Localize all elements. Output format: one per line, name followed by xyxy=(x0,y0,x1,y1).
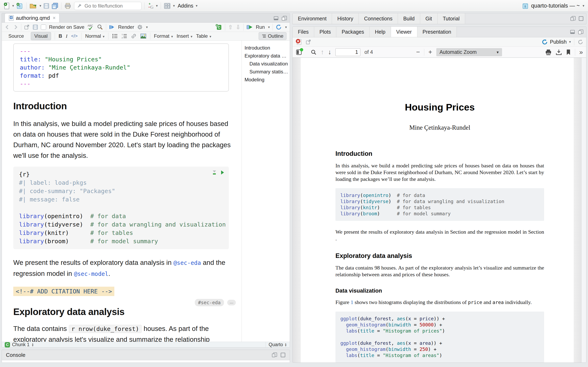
addins-menu[interactable]: Addins ▾ xyxy=(178,3,198,9)
insert-menu[interactable]: Insert ▾ xyxy=(177,33,192,39)
tab-close-icon[interactable]: × xyxy=(53,15,56,21)
save-doc-icon[interactable] xyxy=(33,25,38,30)
pdf-search-icon[interactable] xyxy=(311,49,317,55)
console-title[interactable]: Console xyxy=(6,352,25,358)
pdf-zoom-out-icon[interactable]: − xyxy=(416,48,420,56)
insert-chunk-icon[interactable]: C xyxy=(215,24,222,31)
run-chunks-above-icon[interactable] xyxy=(212,170,217,175)
new-file-icon[interactable] xyxy=(4,2,10,9)
pdf-download-icon[interactable] xyxy=(556,49,562,55)
publish-button[interactable]: Publish ▾ xyxy=(542,39,571,45)
numbered-list-icon[interactable]: 12 xyxy=(121,33,127,39)
pdf-scrollbar[interactable] xyxy=(581,58,586,363)
link-icon[interactable] xyxy=(131,33,137,39)
panes-layout-caret[interactable]: ▾ xyxy=(173,4,175,8)
inline-r-code[interactable]: r nrow(duke_forest) xyxy=(69,325,142,333)
pdf-print-icon[interactable] xyxy=(545,49,552,55)
tab-tutorial[interactable]: Tutorial xyxy=(438,13,465,24)
crossref-sec-eda[interactable]: @sec-eda xyxy=(173,259,201,266)
outline-toggle-button[interactable]: Outline xyxy=(259,32,286,40)
goto-file-search[interactable] xyxy=(74,2,141,10)
outline-item-eda[interactable]: Exploratory data … xyxy=(245,52,288,60)
find-replace-icon[interactable] xyxy=(97,24,103,30)
maximize-console-icon[interactable] xyxy=(280,352,286,358)
new-project-icon[interactable]: R xyxy=(16,2,24,9)
bullet-list-icon[interactable] xyxy=(112,33,118,39)
bold-button[interactable]: B xyxy=(59,33,62,39)
render-on-save-checkbox[interactable] xyxy=(41,25,46,30)
tab-help[interactable]: Help xyxy=(370,27,391,37)
code-format-button[interactable]: </> xyxy=(71,33,78,39)
open-file-caret[interactable]: ▾ xyxy=(40,4,42,8)
tab-presentation[interactable]: Presentation xyxy=(417,27,457,37)
pdf-viewport[interactable]: Housing Prices Mine Çetinkaya-Rundel Int… xyxy=(293,58,586,363)
italic-button[interactable]: I xyxy=(66,33,67,39)
html-comment-citation[interactable]: <!--# ADD CITATION HERE --> xyxy=(13,287,114,296)
pdf-page-input[interactable] xyxy=(336,48,360,56)
maximize-pane-icon[interactable] xyxy=(578,29,584,35)
run-chunk-icon[interactable] xyxy=(220,170,224,175)
maximize-pane-icon[interactable] xyxy=(282,16,287,21)
maximize-pane-icon[interactable] xyxy=(579,16,584,21)
save-all-icon[interactable] xyxy=(52,3,58,9)
pdf-bookmark-icon[interactable] xyxy=(566,49,571,55)
popout-viewer-icon[interactable] xyxy=(306,39,311,45)
chunk-status-label[interactable]: Chunk 1 xyxy=(12,342,30,347)
stop-viewer-icon[interactable] xyxy=(295,39,302,45)
render-caret[interactable]: ▾ xyxy=(146,25,148,29)
crossref-sec-model[interactable]: @sec-model xyxy=(74,271,108,277)
rerun-caret[interactable]: ▾ xyxy=(285,25,287,29)
block-style-select[interactable]: Normal ▾ xyxy=(85,33,104,39)
editor-content[interactable]: --- title: "Housing Prices" author: "Min… xyxy=(2,41,242,342)
run-previous-icon[interactable]: ⇧ xyxy=(228,24,233,31)
format-menu[interactable]: Format ▾ xyxy=(154,33,173,39)
render-settings-gear-icon[interactable] xyxy=(137,24,143,30)
tab-connections[interactable]: Connections xyxy=(359,13,398,24)
tab-files[interactable]: Files xyxy=(293,27,314,37)
chunk-nav-icon[interactable]: ▲▼ xyxy=(32,343,34,347)
doc-format-selector[interactable]: Quarto ▲▼ xyxy=(266,342,290,347)
rerun-icon[interactable] xyxy=(276,24,282,30)
tab-viewer[interactable]: Viewer xyxy=(391,27,417,37)
tab-git[interactable]: Git xyxy=(420,13,438,24)
version-control-icon[interactable]: +−G xyxy=(147,2,154,10)
outline-item-summary-statistics[interactable]: Summary statis… xyxy=(245,68,288,76)
pdf-zoom-in-icon[interactable]: + xyxy=(428,48,432,56)
minimize-console-icon[interactable] xyxy=(272,352,277,358)
new-file-caret[interactable]: ▾ xyxy=(12,4,14,8)
version-control-caret[interactable]: ▾ xyxy=(156,4,158,8)
run-button[interactable]: Run xyxy=(256,24,265,30)
pdf-prev-page-icon[interactable]: ↑ xyxy=(321,48,324,56)
refresh-viewer-icon[interactable] xyxy=(578,39,583,45)
yaml-metadata-block[interactable]: --- title: "Housing Prices" author: "Min… xyxy=(13,43,229,92)
visual-mode-button[interactable]: Visual xyxy=(31,32,51,40)
tab-plots[interactable]: Plots xyxy=(314,27,337,37)
minimize-pane-icon[interactable] xyxy=(273,16,279,21)
pdf-zoom-select[interactable]: Automatic Zoom ▾ xyxy=(436,48,502,56)
figure-1-link[interactable]: 1 xyxy=(351,299,353,305)
save-icon[interactable] xyxy=(43,3,49,9)
outline-item-data-visualization[interactable]: Data visualization xyxy=(245,60,288,68)
project-menu[interactable]: R quarto-tutorials — ~ ▾ xyxy=(522,2,584,9)
minimize-pane-icon[interactable] xyxy=(570,16,576,21)
image-icon[interactable] xyxy=(140,33,146,39)
outline-item-introduction[interactable]: Introduction xyxy=(245,44,288,52)
forward-icon[interactable] xyxy=(13,25,18,30)
open-file-icon[interactable] xyxy=(29,2,37,9)
tab-environment[interactable]: Environment xyxy=(293,13,332,24)
back-icon[interactable] xyxy=(5,25,10,30)
source-mode-button[interactable]: Source xyxy=(5,32,27,40)
goto-file-input[interactable] xyxy=(84,3,132,9)
tab-history[interactable]: History xyxy=(332,13,359,24)
section-options-button[interactable]: ... xyxy=(227,300,236,305)
outline-item-modeling[interactable]: Modeling xyxy=(245,76,288,83)
render-button[interactable]: Render xyxy=(118,24,134,30)
print-icon[interactable] xyxy=(64,3,71,9)
panes-layout-icon[interactable] xyxy=(164,3,171,9)
spellcheck-icon[interactable]: ABC xyxy=(87,24,94,30)
minimize-pane-icon[interactable] xyxy=(570,29,576,35)
code-chunk[interactable]: {r} #| label: load-pkgs #| code-summary:… xyxy=(13,167,229,249)
run-next-icon[interactable]: ⇩ xyxy=(236,24,240,31)
tab-packages[interactable]: Packages xyxy=(336,27,370,37)
run-caret[interactable]: ▾ xyxy=(268,25,270,29)
